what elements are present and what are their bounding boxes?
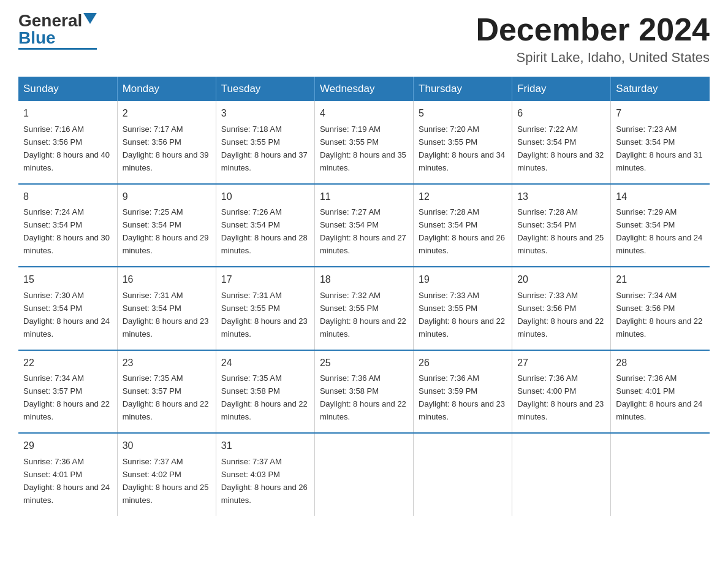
calendar-cell: 23 Sunrise: 7:35 AMSunset: 3:57 PMDaylig… (117, 350, 216, 433)
day-info: Sunrise: 7:33 AMSunset: 3:55 PMDaylight:… (419, 291, 505, 339)
day-number: 29 (23, 439, 112, 454)
calendar-cell: 3 Sunrise: 7:18 AMSunset: 3:55 PMDayligh… (216, 101, 314, 183)
calendar-cell: 31 Sunrise: 7:37 AMSunset: 4:03 PMDaylig… (216, 433, 314, 515)
calendar-cell: 16 Sunrise: 7:31 AMSunset: 3:54 PMDaylig… (117, 267, 216, 350)
day-number: 1 (23, 106, 112, 121)
day-number: 8 (23, 190, 112, 205)
calendar-header-row: SundayMondayTuesdayWednesdayThursdayFrid… (18, 77, 710, 101)
day-info: Sunrise: 7:34 AMSunset: 3:56 PMDaylight:… (616, 291, 702, 339)
day-number: 4 (320, 106, 408, 121)
day-header-thursday: Thursday (414, 77, 512, 101)
calendar-cell: 11 Sunrise: 7:27 AMSunset: 3:54 PMDaylig… (314, 184, 413, 267)
calendar-cell: 20 Sunrise: 7:33 AMSunset: 3:56 PMDaylig… (512, 267, 611, 350)
day-info: Sunrise: 7:33 AMSunset: 3:56 PMDaylight:… (517, 291, 604, 339)
day-info: Sunrise: 7:17 AMSunset: 3:56 PMDaylight:… (123, 124, 209, 172)
calendar-cell: 26 Sunrise: 7:36 AMSunset: 3:59 PMDaylig… (414, 350, 512, 433)
day-number: 23 (123, 356, 211, 371)
day-number: 5 (419, 106, 507, 121)
day-info: Sunrise: 7:31 AMSunset: 3:55 PMDaylight:… (221, 291, 308, 339)
calendar-cell: 19 Sunrise: 7:33 AMSunset: 3:55 PMDaylig… (414, 267, 512, 350)
day-info: Sunrise: 7:29 AMSunset: 3:54 PMDaylight:… (616, 207, 702, 255)
calendar-cell: 2 Sunrise: 7:17 AMSunset: 3:56 PMDayligh… (117, 101, 216, 183)
calendar-week-row: 15 Sunrise: 7:30 AMSunset: 3:54 PMDaylig… (18, 267, 710, 350)
day-header-sunday: Sunday (18, 77, 117, 101)
calendar-cell: 13 Sunrise: 7:28 AMSunset: 3:54 PMDaylig… (512, 184, 611, 267)
day-number: 18 (320, 272, 408, 288)
day-info: Sunrise: 7:31 AMSunset: 3:54 PMDaylight:… (123, 291, 209, 339)
day-info: Sunrise: 7:32 AMSunset: 3:55 PMDaylight:… (320, 291, 406, 339)
calendar-cell (414, 433, 512, 515)
day-number: 26 (419, 356, 507, 371)
day-info: Sunrise: 7:35 AMSunset: 3:57 PMDaylight:… (123, 373, 209, 421)
day-number: 30 (123, 439, 211, 454)
day-info: Sunrise: 7:36 AMSunset: 4:01 PMDaylight:… (23, 457, 110, 505)
day-number: 11 (320, 190, 408, 205)
day-number: 6 (517, 106, 605, 121)
day-number: 27 (517, 356, 605, 371)
calendar-cell: 5 Sunrise: 7:20 AMSunset: 3:55 PMDayligh… (414, 101, 512, 183)
day-info: Sunrise: 7:36 AMSunset: 4:00 PMDaylight:… (517, 373, 604, 421)
day-info: Sunrise: 7:28 AMSunset: 3:54 PMDaylight:… (517, 207, 604, 255)
day-number: 31 (221, 439, 309, 454)
day-info: Sunrise: 7:18 AMSunset: 3:55 PMDaylight:… (221, 124, 308, 172)
calendar-cell: 9 Sunrise: 7:25 AMSunset: 3:54 PMDayligh… (117, 184, 216, 267)
day-number: 10 (221, 190, 309, 205)
calendar-cell (611, 433, 710, 515)
day-info: Sunrise: 7:23 AMSunset: 3:54 PMDaylight:… (616, 124, 702, 172)
calendar-cell: 10 Sunrise: 7:26 AMSunset: 3:54 PMDaylig… (216, 184, 314, 267)
calendar-cell: 6 Sunrise: 7:22 AMSunset: 3:54 PMDayligh… (512, 101, 611, 183)
day-number: 9 (123, 190, 211, 205)
logo-triangle-icon (83, 13, 97, 24)
day-header-saturday: Saturday (611, 77, 710, 101)
day-number: 14 (616, 190, 705, 205)
day-info: Sunrise: 7:36 AMSunset: 3:58 PMDaylight:… (320, 373, 406, 421)
day-number: 12 (419, 190, 507, 205)
calendar-cell: 7 Sunrise: 7:23 AMSunset: 3:54 PMDayligh… (611, 101, 710, 183)
calendar-week-row: 1 Sunrise: 7:16 AMSunset: 3:56 PMDayligh… (18, 101, 710, 183)
calendar-cell: 27 Sunrise: 7:36 AMSunset: 4:00 PMDaylig… (512, 350, 611, 433)
calendar-cell: 22 Sunrise: 7:34 AMSunset: 3:57 PMDaylig… (18, 350, 117, 433)
day-header-tuesday: Tuesday (216, 77, 314, 101)
day-header-wednesday: Wednesday (314, 77, 413, 101)
calendar-cell (512, 433, 611, 515)
day-info: Sunrise: 7:28 AMSunset: 3:54 PMDaylight:… (419, 207, 505, 255)
day-number: 7 (616, 106, 705, 121)
day-info: Sunrise: 7:36 AMSunset: 4:01 PMDaylight:… (616, 373, 702, 421)
day-info: Sunrise: 7:20 AMSunset: 3:55 PMDaylight:… (419, 124, 505, 172)
day-info: Sunrise: 7:24 AMSunset: 3:54 PMDaylight:… (23, 207, 110, 255)
day-number: 25 (320, 356, 408, 371)
calendar-cell: 14 Sunrise: 7:29 AMSunset: 3:54 PMDaylig… (611, 184, 710, 267)
calendar-week-row: 29 Sunrise: 7:36 AMSunset: 4:01 PMDaylig… (18, 433, 710, 515)
calendar-cell: 28 Sunrise: 7:36 AMSunset: 4:01 PMDaylig… (611, 350, 710, 433)
day-number: 22 (23, 356, 112, 371)
day-number: 2 (123, 106, 211, 121)
title-section: December 2024 Spirit Lake, Idaho, United… (476, 12, 710, 66)
logo-general-text: General (18, 12, 82, 29)
day-number: 20 (517, 272, 605, 288)
logo: General Blue (18, 12, 97, 50)
svg-marker-0 (83, 13, 97, 24)
day-info: Sunrise: 7:36 AMSunset: 3:59 PMDaylight:… (419, 373, 505, 421)
day-info: Sunrise: 7:37 AMSunset: 4:03 PMDaylight:… (221, 457, 308, 505)
calendar-cell: 15 Sunrise: 7:30 AMSunset: 3:54 PMDaylig… (18, 267, 117, 350)
day-info: Sunrise: 7:25 AMSunset: 3:54 PMDaylight:… (123, 207, 209, 255)
day-number: 3 (221, 106, 309, 121)
logo-underline (18, 48, 97, 50)
day-info: Sunrise: 7:26 AMSunset: 3:54 PMDaylight:… (221, 207, 308, 255)
day-info: Sunrise: 7:34 AMSunset: 3:57 PMDaylight:… (23, 373, 110, 421)
day-header-monday: Monday (117, 77, 216, 101)
calendar-cell: 30 Sunrise: 7:37 AMSunset: 4:02 PMDaylig… (117, 433, 216, 515)
day-info: Sunrise: 7:27 AMSunset: 3:54 PMDaylight:… (320, 207, 406, 255)
day-number: 17 (221, 272, 309, 288)
day-header-friday: Friday (512, 77, 611, 101)
calendar-cell: 25 Sunrise: 7:36 AMSunset: 3:58 PMDaylig… (314, 350, 413, 433)
calendar-cell (314, 433, 413, 515)
calendar-cell: 1 Sunrise: 7:16 AMSunset: 3:56 PMDayligh… (18, 101, 117, 183)
calendar-cell: 17 Sunrise: 7:31 AMSunset: 3:55 PMDaylig… (216, 267, 314, 350)
calendar-cell: 21 Sunrise: 7:34 AMSunset: 3:56 PMDaylig… (611, 267, 710, 350)
day-info: Sunrise: 7:35 AMSunset: 3:58 PMDaylight:… (221, 373, 308, 421)
day-number: 15 (23, 272, 112, 288)
calendar-week-row: 22 Sunrise: 7:34 AMSunset: 3:57 PMDaylig… (18, 350, 710, 433)
day-number: 16 (123, 272, 211, 288)
calendar-cell: 4 Sunrise: 7:19 AMSunset: 3:55 PMDayligh… (314, 101, 413, 183)
